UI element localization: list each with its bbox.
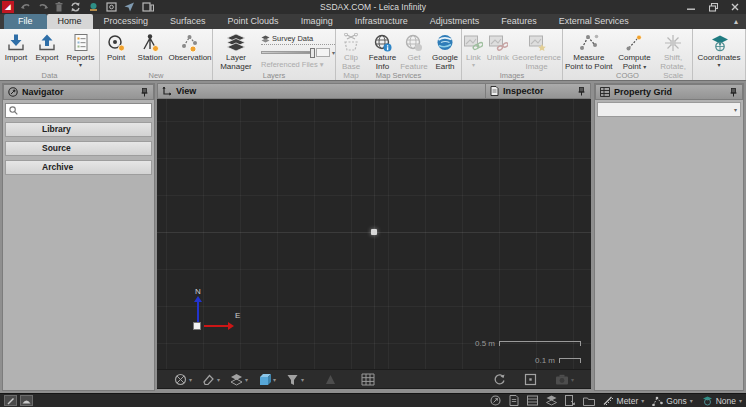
ribbon-group-new: Point Station Observation New [100,29,213,80]
ruler-icon [603,396,614,406]
app-logo-icon[interactable]: ◢ [2,1,14,13]
minimize-button[interactable] [680,0,702,14]
group-label-cogo: COGO [563,71,692,80]
get-feature-label: Get Feature [400,54,428,72]
feature-info-button[interactable]: Feature Info [366,32,399,72]
sketch-toggle-button[interactable] [4,395,17,406]
get-feature-button[interactable]: Get Feature [399,32,429,72]
google-earth-button[interactable]: Google Earth [429,32,461,72]
cube-icon [258,373,271,386]
layers-icon [230,373,243,386]
cone-tool-button[interactable] [321,372,340,387]
delete-icon[interactable] [55,2,63,12]
georeference-image-button[interactable]: Georeference Image [511,32,562,72]
compass-icon [174,373,187,386]
view-tab-header[interactable]: View [157,83,486,99]
reset-rotation-button[interactable] [490,372,509,387]
send-icon[interactable] [124,2,135,12]
angle-unit-selector[interactable]: Gons ▾ [652,396,692,406]
axis-indicator: N E [187,287,247,335]
layer-manager-label: Layer Manager [214,54,258,72]
zoom-extents-button[interactable] [521,372,540,387]
navigator-section-archive[interactable]: Archive [5,160,152,175]
compute-point-button[interactable]: Compute Point ▾ [615,32,655,72]
coordinate-system-selector[interactable]: None ▾ [701,395,742,406]
view-toolbar: ▾ ▾ ▾ ▾ ▾ [157,369,591,389]
shift-rotate-scale-icon [663,32,683,54]
report-panel-icon[interactable] [565,395,575,406]
layer-opacity-slider[interactable] [261,51,314,54]
archive-box-icon[interactable] [106,2,117,12]
distance-unit-selector[interactable]: Meter ▾ [603,396,645,406]
ribbon-collapse-button[interactable]: ▴ [726,14,746,29]
tab-infrastructure[interactable]: Infrastructure [344,14,419,29]
referenced-files-button[interactable]: Referenced Files ▾ [261,60,335,69]
import-button[interactable]: Import [1,32,32,63]
link-image-button[interactable]: Link ▾ [462,32,485,68]
tab-home[interactable]: Home [47,14,93,29]
layer-opacity-row: ▾ [261,48,335,57]
tab-imaging[interactable]: Imaging [290,14,344,29]
navigator-toggle-icon[interactable] [490,395,501,406]
layout-icon[interactable] [142,2,154,12]
navigator-search [5,103,152,118]
search-input[interactable] [21,105,148,117]
tab-external-services[interactable]: External Services [548,14,640,29]
layer-opacity-caret-icon[interactable]: ▾ [332,49,335,56]
filter-button[interactable]: ▾ [283,372,307,387]
layers-panel-icon[interactable] [546,395,557,406]
folder-icon[interactable] [583,396,595,406]
snapshot-button[interactable]: ▾ [552,373,577,386]
property-grid-pin-icon[interactable] [729,88,738,97]
view-canvas[interactable]: N E 0.5 m 0.1 m [157,99,591,369]
import-label: Import [5,54,28,63]
tab-adjustments[interactable]: Adjustments [419,14,491,29]
layer-manager-button[interactable]: Layer Manager [213,32,259,72]
new-point-button[interactable]: Point [100,32,132,63]
unlink-image-button[interactable]: Unlink [485,32,511,63]
inspector-toggle-icon[interactable] [509,395,519,406]
export-button[interactable]: Export [32,32,63,63]
get-feature-icon [404,32,424,54]
compute-point-label: Compute Point ▾ [616,54,654,72]
tab-point-clouds[interactable]: Point Clouds [217,14,290,29]
new-observation-button[interactable]: Observation [168,32,212,63]
new-station-button[interactable]: Station [132,32,168,63]
layer-select-combo[interactable]: Survey Data [261,34,335,45]
navigator-section-library[interactable]: Library [5,122,152,137]
slider-handle[interactable] [310,48,315,58]
restore-button[interactable] [702,0,724,14]
tab-surfaces[interactable]: Surfaces [159,14,217,29]
ribbon-group-cogo: Measure Point to Point Compute Point ▾ S… [563,29,693,80]
referenced-files-label: Referenced Files [261,60,318,69]
stamp-icon[interactable] [88,2,99,12]
coordinate-system-caret-icon: ▾ [739,397,742,404]
layer-combo-value: Survey Data [272,34,313,43]
reports-button[interactable]: Reports ▾ [63,32,99,68]
ribbon-tab-bar: File Home Processing Surfaces Point Clou… [0,14,746,29]
view-orientation-button[interactable]: ▾ [171,372,195,387]
layer-opacity-value-box[interactable] [316,48,330,57]
view-mode-button[interactable]: ▾ [255,372,279,387]
inspector-tab-header[interactable]: Inspector [486,83,591,99]
navigator-pin-icon[interactable] [140,88,149,97]
terrain-toggle-button[interactable] [20,395,33,406]
tab-file[interactable]: File [4,14,47,29]
close-button[interactable] [724,0,746,14]
group-label-layers: Layers [213,71,335,80]
redo-icon[interactable] [38,3,48,12]
table-view-icon[interactable] [527,395,538,406]
sync-icon[interactable] [70,2,81,12]
undo-icon[interactable] [21,3,31,12]
navigator-section-source[interactable]: Source [5,141,152,156]
grid-toggle-button[interactable] [358,372,378,387]
coordinates-button[interactable]: Coordinates ▾ [693,32,745,68]
tab-processing[interactable]: Processing [93,14,160,29]
ribbon-group-map-services: Clip Base Map Feature Info Get Feature G… [336,29,462,80]
select-tool-button[interactable]: ▾ [199,372,223,387]
view-pin-icon[interactable] [577,87,586,96]
property-grid-selector[interactable]: ▾ [597,102,741,117]
tab-features[interactable]: Features [490,14,548,29]
measure-point-to-point-button[interactable]: Measure Point to Point [563,32,615,72]
layers-display-button[interactable]: ▾ [227,372,251,387]
